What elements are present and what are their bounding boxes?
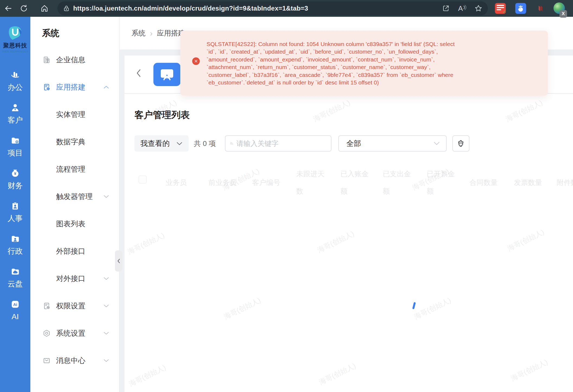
- rail-item-label: 办公: [8, 83, 23, 92]
- sidebar-item-data-dict[interactable]: 数据字典: [30, 128, 119, 155]
- sidebar-item-label: 权限设置: [56, 301, 85, 311]
- browser-back-button[interactable]: [3, 4, 13, 13]
- chevron-down-icon: [176, 142, 183, 146]
- notes-lines-icon: [497, 9, 501, 10]
- url-bar[interactable]: https://oa.juentech.cn/admin/develop/cru…: [57, 1, 488, 15]
- search-input[interactable]: [236, 139, 327, 148]
- chevron-down-icon: [103, 304, 109, 308]
- extension-notes-button[interactable]: ✓: [495, 3, 506, 14]
- keyword-search: [225, 135, 331, 152]
- avatar-badge: X: [559, 10, 567, 18]
- rail-item-project[interactable]: 项目: [0, 136, 30, 157]
- sidebar-menu: 企业信息 应用搭建 实体管理 数据字典 流程管理 触发器管理: [30, 46, 119, 374]
- sidebar-item-label: 对外接口: [56, 274, 85, 283]
- system-sidebar: 系统 企业信息 应用搭建 实体管理 数据字典: [30, 17, 119, 392]
- notes-lines-icon: [497, 5, 504, 6]
- sidebar-item-chart-list[interactable]: 图表列表: [30, 210, 119, 237]
- column-header: 发票数量: [514, 164, 545, 201]
- browser-share-button[interactable]: [441, 4, 450, 13]
- hr-clipboard-icon: [11, 201, 20, 211]
- star-icon: [474, 4, 482, 12]
- sidebar-item-process-mgmt[interactable]: 流程管理: [30, 155, 119, 183]
- rail-item-customer[interactable]: 客户: [0, 103, 30, 124]
- rail-item-finance[interactable]: ¥ 财务: [0, 168, 30, 190]
- sidebar-item-label: 消息中心: [56, 356, 85, 365]
- app-build-doc-gear-icon: [42, 83, 51, 92]
- rail-item-admin[interactable]: 行政: [0, 234, 30, 255]
- browser-reader-button[interactable]: A: [458, 4, 467, 13]
- share-icon: [442, 5, 450, 12]
- view-filter-dropdown[interactable]: 我查看的: [134, 135, 189, 152]
- select-all-checkbox[interactable]: [139, 175, 147, 184]
- brand-name: 聚恩科技: [3, 42, 27, 49]
- svg-text:¥: ¥: [14, 171, 16, 176]
- error-toast: ✕ SQLSTATE[42S22]: Column not found: 105…: [180, 31, 548, 96]
- list-section: 客户管理列表 我查看的 共 0 项 全部: [124, 109, 573, 201]
- monitor-app-icon: [160, 68, 174, 81]
- rail-item-label: AI: [12, 313, 19, 321]
- finance-moneybag-icon: ¥: [10, 168, 20, 178]
- sidebar-item-entity-mgmt[interactable]: 实体管理: [30, 101, 119, 128]
- view-filter-label: 我查看的: [140, 139, 170, 148]
- clear-filter-button[interactable]: [452, 135, 469, 152]
- error-icon: ✕: [192, 57, 200, 65]
- chevron-down-icon: [103, 277, 109, 280]
- browser-bookmark-button[interactable]: [474, 4, 483, 13]
- check-badge-icon: ✓: [503, 9, 506, 14]
- customer-person-icon: [10, 103, 20, 113]
- chevron-down-icon: [103, 359, 109, 362]
- browser-home-button[interactable]: [40, 4, 49, 13]
- browser-toolbar: https://oa.juentech.cn/admin/develop/cru…: [0, 0, 573, 17]
- browser-refresh-button[interactable]: [19, 4, 29, 13]
- scope-select[interactable]: 全部: [338, 135, 447, 152]
- reader-mode-icon: A: [458, 4, 463, 13]
- column-header: 未跟进天数: [296, 164, 328, 201]
- chevron-up-icon: [103, 85, 109, 89]
- rail-item-ai[interactable]: Ai AI: [0, 299, 30, 321]
- sidebar-item-open-api[interactable]: 对外接口: [30, 265, 119, 292]
- extension-bird-button[interactable]: [515, 3, 526, 14]
- sidebar-item-external-api[interactable]: 外部接口: [30, 237, 119, 265]
- result-count: 共 0 项: [194, 139, 216, 148]
- chevron-down-icon: [103, 331, 109, 335]
- sidebar-item-company-info[interactable]: 企业信息: [30, 46, 119, 73]
- rail-item-label: 人事: [8, 214, 23, 223]
- chevron-left-icon: [117, 258, 121, 264]
- sidebar-collapse-handle[interactable]: [115, 250, 122, 272]
- page-title: 客户管理列表: [134, 109, 573, 120]
- scope-select-value: 全部: [346, 139, 361, 148]
- error-message-line: `attachment_num`, `return_num`, `custome…: [207, 63, 540, 71]
- column-header: 附件数量: [557, 164, 573, 201]
- ai-icon: Ai: [10, 299, 20, 309]
- rail-item-clouddrive[interactable]: 云盘: [0, 267, 30, 288]
- rail-nav: 办公 客户 项目: [0, 70, 30, 321]
- column-header: 已支出金额: [383, 164, 414, 201]
- app-icon-tile: [153, 63, 181, 86]
- breadcrumb-root[interactable]: 系统: [131, 28, 146, 38]
- rail-item-hr[interactable]: 人事: [0, 201, 30, 223]
- sidebar-item-system-settings[interactable]: 系统设置: [30, 319, 119, 347]
- rail-item-label: 云盘: [8, 280, 23, 288]
- rail-item-label: 客户: [8, 116, 23, 124]
- office-chart-icon: [10, 70, 20, 80]
- browser-profile-avatar[interactable]: X: [553, 2, 565, 14]
- rail-item-office[interactable]: 办公: [0, 70, 30, 92]
- sidebar-item-app-build[interactable]: 应用搭建: [30, 73, 119, 101]
- sidebar-item-label: 应用搭建: [56, 82, 85, 92]
- sidebar-item-permission-settings[interactable]: 权限设置: [30, 292, 119, 319]
- panel-back-button[interactable]: [135, 68, 142, 78]
- column-header: 已入账金额: [340, 164, 372, 201]
- company-doc-icon: [42, 55, 51, 64]
- sidebar-item-trigger-mgmt[interactable]: 触发器管理: [30, 183, 119, 210]
- brand-subtitle: JUEN TECHNOLOGY: [2, 50, 28, 53]
- breadcrumb-separator-icon: ›: [150, 30, 153, 37]
- error-message-line: `amount_recorded`, `amount_expend`, `inv…: [207, 56, 540, 63]
- extension-marks-button[interactable]: [535, 3, 546, 14]
- back-arrow-icon: [4, 4, 12, 13]
- error-message-line: `customer_label`, `b37a3f16`, `area_casc…: [207, 71, 540, 79]
- chevron-left-icon: [135, 68, 142, 78]
- column-header: 已开票金额: [427, 164, 458, 201]
- sidebar-item-message-center[interactable]: 消息中心: [30, 347, 119, 374]
- reader-waves-icon: [463, 5, 466, 12]
- design-panel: 客户管理列表 我查看的 共 0 项 全部: [124, 55, 573, 392]
